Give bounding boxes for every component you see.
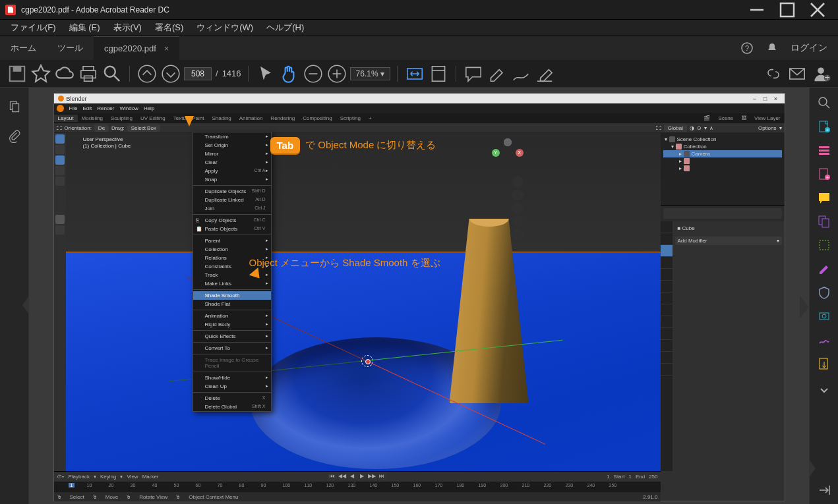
left-rail-toggle[interactable] [22,296,29,314]
svg-rect-36 [819,150,829,152]
annotation-tab-mode: Tab で Object Mode に切り替える [270,137,436,154]
menu-help[interactable]: ヘルプ(H) [260,20,311,36]
more-tools-icon[interactable] [817,383,831,397]
edit-pdf-icon[interactable]: + [817,167,831,181]
thumbnails-icon[interactable] [7,99,22,114]
page-sep: / [216,69,218,78]
svg-rect-44 [820,240,829,250]
page-down-icon[interactable] [160,63,181,84]
sign-tool-icon[interactable] [817,333,831,347]
export-pdf-icon[interactable]: + [817,119,831,134]
blender-workspace-tabs: LayoutModelingSculptingUV EditingTexture… [54,113,785,123]
menu-file[interactable]: ファイル(F) [4,20,63,36]
timeline-ruler[interactable]: 1 10203040506070809010011012013014015016… [54,482,661,492]
minimize-button[interactable] [742,0,772,20]
bell-icon[interactable] [765,42,779,55]
outliner[interactable]: ▾Scene Collection ▾Collection ▸Camera ▸ … [661,133,785,206]
svg-line-31 [826,105,829,108]
page-up-icon[interactable] [136,63,158,84]
tab-tools[interactable]: ツール [47,36,94,60]
page-total: 1416 [222,69,241,78]
menu-view[interactable]: 表示(V) [107,20,148,36]
share-icon[interactable]: + [810,63,831,84]
cloud-icon[interactable] [54,63,75,84]
compress-icon[interactable] [817,238,831,252]
menu-window[interactable]: ウィンドウ(W) [190,20,260,36]
tab-document[interactable]: cgpe2020.pdf × [94,36,179,60]
zoom-in-icon[interactable] [326,63,347,84]
svg-point-13 [138,65,156,82]
comment-tool-icon[interactable] [817,190,831,205]
svg-rect-8 [83,66,94,70]
fit-width-icon[interactable] [404,63,425,84]
arrow-object-menu [185,116,194,132]
svg-point-46 [822,314,826,318]
search-tool-icon[interactable] [817,96,831,110]
svg-rect-35 [819,146,829,148]
zoom-level[interactable]: 76.1% ▾ [350,67,390,80]
draw-icon[interactable] [510,63,531,84]
svg-point-11 [105,66,115,76]
svg-rect-43 [822,219,829,227]
nav-gizmo[interactable]: Z X Y [492,138,524,170]
mail-icon[interactable] [787,63,808,84]
props-search[interactable] [663,208,782,219]
menu-sign[interactable]: 署名(S) [148,20,190,36]
main-toolbar: / 1416 76.1% ▾ + [0,60,838,88]
svg-rect-29 [12,104,18,112]
organize-icon[interactable] [817,143,831,157]
star-icon[interactable] [30,63,51,84]
scan-icon[interactable] [817,309,831,323]
blender-right-panel: ▾Scene Collection ▾Collection ▸Camera ▸ … [661,133,785,471]
comment-icon[interactable] [463,63,484,84]
redact-icon[interactable] [817,262,831,276]
fit-page-icon[interactable] [428,63,449,84]
close-button[interactable] [802,0,833,20]
page-number-input[interactable] [184,67,212,80]
svg-text:+: + [825,72,829,82]
maximize-button[interactable] [772,0,802,20]
search-icon[interactable] [102,63,123,84]
help-icon[interactable]: ? [740,42,754,55]
zoom-out-icon[interactable] [303,63,324,84]
print-icon[interactable] [78,63,99,84]
protect-icon[interactable] [817,285,831,300]
menu-shade-smooth[interactable]: Shade Smooth [193,291,271,300]
erase-icon[interactable] [534,63,555,84]
document-tabs: ホーム ツール cgpe2020.pdf × ? ログイン [0,36,838,60]
attachments-icon[interactable] [7,128,22,143]
svg-point-25 [818,67,824,74]
svg-rect-1 [781,3,794,16]
pointer-icon[interactable] [255,63,276,84]
right-tools-rail: + + [809,88,838,504]
blender-menubar: FileEditRenderWindowHelp [54,103,785,113]
annotation-shade-smooth: Object メニューから Shade Smooth を選ぶ [249,257,440,269]
left-nav-rail [0,88,29,504]
viewport-toolbar [54,133,66,471]
svg-text:+: + [825,127,829,133]
tab-doc-label: cgpe2020.pdf [104,43,156,53]
hand-icon[interactable] [279,63,300,84]
link-icon[interactable] [763,63,784,84]
save-icon[interactable] [7,63,28,84]
svg-rect-7 [13,66,22,71]
tab-home[interactable]: ホーム [0,36,47,60]
3d-viewport[interactable]: User Perspective(1) Collection | Cube Z … [66,133,661,471]
highlight-icon[interactable] [487,63,508,84]
close-tab-icon[interactable]: × [164,43,169,53]
collapse-rail-icon[interactable] [817,483,831,497]
next-page-arrow[interactable] [800,296,809,318]
menu-edit[interactable]: 編集 (E) [63,20,107,36]
combine-icon[interactable] [817,214,831,229]
login-link[interactable]: ログイン [791,42,827,54]
window-titlebar: cgpe2020.pdf - Adobe Acrobat Reader DC [0,0,838,20]
svg-line-12 [114,76,119,81]
right-rail-toggle[interactable] [809,459,816,478]
svg-rect-37 [819,153,829,155]
convert-icon[interactable] [817,356,831,371]
svg-point-30 [819,98,827,105]
tab-key-badge: Tab [270,137,301,154]
property-tabs[interactable] [661,221,673,471]
pdf-page: Blender −□× FileEditRenderWindowHelp Lay… [53,93,785,501]
document-viewport[interactable]: Blender −□× FileEditRenderWindowHelp Lay… [29,88,809,504]
